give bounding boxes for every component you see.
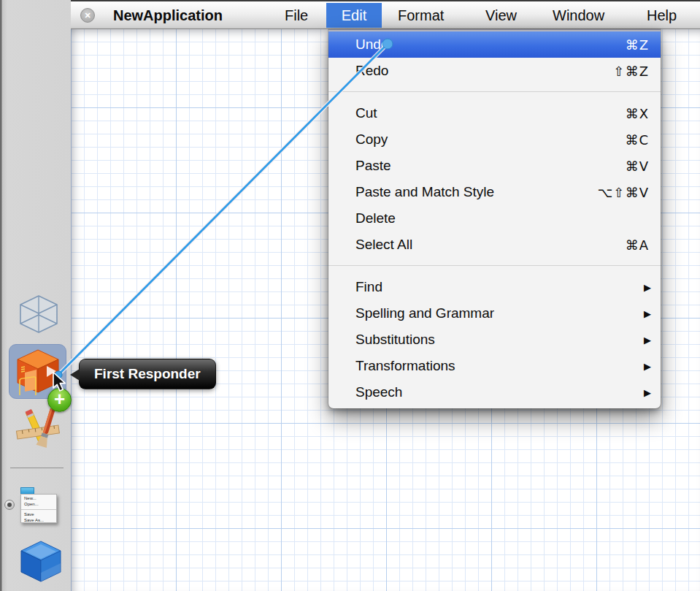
menubar-item-newapplication[interactable]: NewApplication: [104, 3, 231, 28]
submenu-arrow-icon: ▶: [644, 282, 651, 293]
application-icon: [13, 406, 63, 453]
menu-item-paste[interactable]: Paste ⌘V: [328, 153, 661, 179]
menu-item-delete[interactable]: Delete: [328, 205, 661, 232]
menu-item-speech[interactable]: Speech ▶: [328, 379, 661, 405]
menubar-item-view[interactable]: View: [477, 3, 526, 28]
menu-bar: ✕ NewApplication File Edit Format View W…: [71, 0, 700, 29]
close-icon[interactable]: ✕: [80, 8, 95, 23]
mini-menu-item: Open...: [24, 502, 56, 508]
menubar-item-help[interactable]: Help: [638, 3, 685, 28]
menu-item-substitutions[interactable]: Substitutions ▶: [328, 327, 661, 353]
wireframe-cube-icon: [18, 294, 60, 335]
submenu-arrow-icon: ▶: [644, 387, 651, 398]
menubar-item-file[interactable]: File: [276, 3, 317, 28]
menu-item-redo[interactable]: Redo ⇧⌘Z: [328, 58, 661, 84]
menu-item-select-all[interactable]: Select All ⌘A: [328, 232, 661, 258]
close-glyph: ✕: [84, 11, 91, 20]
menu-separator: [328, 84, 661, 100]
mini-menu-item: Save As...: [24, 518, 56, 524]
dock-item-window-cube[interactable]: [18, 538, 64, 584]
mini-menu-panel: New... Open... Save Save As...: [20, 494, 57, 523]
menu-item-paste-and-match-style[interactable]: Paste and Match Style ⌥⇧⌘V: [328, 179, 661, 205]
mouse-cursor-icon: [52, 371, 68, 393]
menu-item-undo[interactable]: Undo ⌘Z: [328, 31, 661, 58]
menubar-item-edit[interactable]: Edit: [326, 3, 382, 28]
blue-cube-icon: [18, 538, 64, 584]
dock-item-files-owner[interactable]: [18, 294, 60, 335]
first-responder-tooltip: First Responder: [79, 359, 216, 389]
menu-item-spelling-and-grammar[interactable]: Spelling and Grammar ▶: [328, 300, 661, 327]
menu-item-transformations[interactable]: Transformations ▶: [328, 353, 661, 379]
edit-menu-dropdown: Undo ⌘Z Redo ⇧⌘Z Cut ⌘X Copy ⌘C Paste ⌘V…: [328, 29, 661, 408]
mini-menu-item: Save: [24, 512, 56, 518]
submenu-arrow-icon: ▶: [644, 335, 651, 346]
menubar-item-format[interactable]: Format: [389, 3, 453, 28]
mini-menu-titlebar: [20, 487, 34, 494]
interface-builder-screen: New... Open... Save Save As... ✕ NewAppl…: [0, 0, 700, 591]
menubar-item-window[interactable]: Window: [544, 3, 613, 28]
submenu-arrow-icon: ▶: [644, 308, 651, 319]
dock-item-application[interactable]: [13, 406, 63, 453]
mini-menu-item: New...: [24, 496, 56, 502]
submenu-arrow-icon: ▶: [644, 361, 651, 372]
dock-divider: [10, 468, 64, 468]
menu-item-cut[interactable]: Cut ⌘X: [328, 100, 661, 126]
dock-item-main-menu-document[interactable]: New... Open... Save Save As...: [20, 487, 57, 523]
menu-item-find[interactable]: Find ▶: [328, 274, 661, 300]
menu-separator: [328, 258, 661, 274]
menu-item-copy[interactable]: Copy ⌘C: [328, 126, 661, 153]
mini-menu-separator: [21, 509, 56, 510]
objects-dock: New... Open... Save Save As...: [0, 0, 71, 591]
document-radio-indicator[interactable]: [4, 500, 15, 510]
